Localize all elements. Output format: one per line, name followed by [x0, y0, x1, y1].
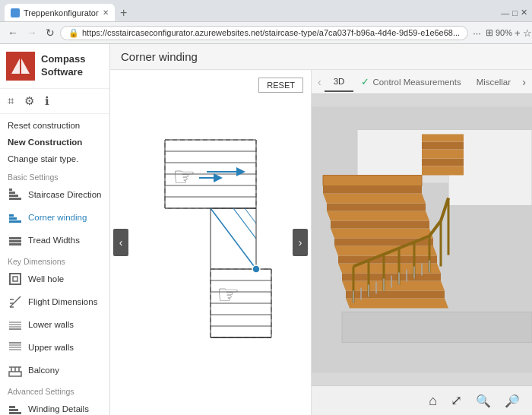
floor-plan-svg: ☞ ☞ [135, 132, 287, 353]
flight-dimensions-icon [8, 294, 23, 309]
menu-item-balcony[interactable]: Balcony [0, 359, 109, 382]
tab-bar: Treppenkonfigurator ✕ + — □ ✕ [0, 0, 532, 21]
sidebar: Compass Software ⌗ ⚙ ℹ Reset constructio… [0, 44, 110, 415]
menu-item-well-hole[interactable]: Well hole [0, 268, 109, 290]
svg-marker-92 [422, 166, 464, 176]
tab-label: Treppenkonfigurator [24, 8, 99, 17]
svg-line-55 [245, 208, 256, 223]
staircase-direction-icon [8, 187, 23, 202]
refresh-btn[interactable]: ↻ [43, 25, 58, 40]
menu-item-lower-walls[interactable]: Lower walls [0, 313, 109, 336]
menu-item-corner-winding[interactable]: Corner winding [0, 206, 109, 229]
svg-text:☞: ☞ [217, 280, 239, 309]
section-advanced-settings: Advanced Settings [0, 382, 109, 398]
sidebar-toolbar: ⌗ ⚙ ℹ [0, 89, 109, 114]
tab-miscellar[interactable]: Miscellar [469, 73, 518, 91]
home-btn[interactable]: ⌂ [427, 391, 439, 410]
svg-rect-5 [9, 188, 12, 191]
zoom-in-btn[interactable]: 🔍 [474, 392, 492, 410]
tab-control-check-icon: ✓ [361, 76, 369, 87]
reset-label: Reset construction [8, 121, 80, 130]
well-hole-label: Well hole [28, 274, 64, 284]
zoom-plus-btn[interactable]: + [515, 27, 521, 39]
flight-dimensions-label: Flight Dimensions [28, 297, 97, 306]
hand-cursor-bottom: ☞ [217, 280, 239, 309]
winding-details-label: Winding Details [28, 404, 89, 413]
extensions-btn[interactable]: ⊞ [486, 27, 493, 38]
tread-widths-icon [8, 233, 23, 248]
menu-item-staircase-direction[interactable]: Staircase Direction [0, 183, 109, 206]
svg-rect-32 [9, 409, 18, 411]
lock-icon: 🔒 [68, 28, 79, 38]
url-bar[interactable]: 🔒 https://csstaircaseconfigurator.azurew… [60, 26, 468, 40]
balcony-icon [8, 363, 23, 378]
zoom-level: 90% [496, 28, 512, 37]
svg-marker-76 [342, 312, 532, 343]
logo-icon [6, 52, 35, 81]
browser-controls: — □ ✕ [501, 8, 532, 17]
content-area: RESET ‹ › [110, 70, 532, 415]
logo-software: Software [41, 66, 86, 79]
svg-marker-79 [342, 281, 445, 291]
svg-marker-89 [323, 194, 426, 204]
menu-item-flight-dimensions[interactable]: Flight Dimensions [0, 290, 109, 313]
svg-marker-88 [327, 204, 426, 211]
staircase-direction-label: Staircase Direction [28, 190, 102, 199]
tab-3d[interactable]: 3D [325, 72, 354, 92]
zoom-out-btn[interactable]: 🔎 [503, 392, 521, 410]
minimize-btn[interactable]: — [501, 8, 509, 17]
svg-rect-10 [9, 240, 21, 242]
menu-item-reset[interactable]: Reset construction [0, 117, 109, 134]
reset-btn[interactable]: RESET [258, 78, 303, 93]
expand-btn[interactable]: ⤢ [449, 391, 464, 410]
tab-favicon [11, 8, 20, 17]
menu-item-tread-widths[interactable]: Tread Widths [0, 229, 109, 252]
svg-marker-91 [323, 176, 422, 186]
star-btn[interactable]: ☆ [523, 27, 532, 39]
svg-rect-8 [9, 214, 14, 217]
tab-control-label: Control Measurements [372, 78, 461, 87]
key-dimensions-label: Key Dimensions [8, 257, 65, 266]
view-3d-toolbar: ⌂ ⤢ 🔍 🔎 [312, 385, 532, 415]
left-arrow-btn[interactable]: ‹ [113, 229, 128, 256]
winding-details-icon [8, 401, 23, 415]
svg-marker-86 [331, 221, 429, 229]
svg-rect-33 [9, 406, 15, 408]
sidebar-menu: Reset construction New Construction Chan… [0, 114, 109, 415]
info-icon-btn[interactable]: ℹ [45, 94, 49, 108]
tab-close-btn[interactable]: ✕ [103, 8, 109, 17]
lower-walls-icon [8, 317, 23, 332]
svg-rect-7 [9, 217, 17, 220]
close-window-btn[interactable]: ✕ [521, 8, 527, 17]
new-tab-btn[interactable]: + [115, 4, 133, 22]
menu-item-upper-walls[interactable]: Upper walls [0, 336, 109, 359]
tab-chevron-left-btn[interactable]: ‹ [318, 76, 321, 88]
tab-chevron-right-btn[interactable]: › [522, 76, 526, 88]
view-3d-content [312, 94, 532, 385]
menu-dots-btn[interactable]: ··· [470, 27, 483, 39]
sidebar-logo: Compass Software [0, 44, 109, 89]
tab-control[interactable]: ✓ Control Measurements [353, 71, 468, 92]
right-arrow-btn[interactable]: › [293, 229, 308, 256]
active-tab[interactable]: Treppenkonfigurator ✕ [5, 4, 115, 21]
main-content: Corner winding RESET ‹ › [110, 44, 532, 415]
compass-logo-svg [10, 55, 31, 77]
svg-rect-11 [9, 237, 21, 239]
svg-point-68 [252, 265, 260, 273]
floor-plan-panel: RESET ‹ › [110, 70, 312, 415]
advanced-settings-label: Advanced Settings [8, 387, 74, 396]
basic-settings-label: Basic Settings [8, 173, 59, 182]
maximize-btn[interactable]: □ [512, 8, 518, 17]
svg-line-54 [233, 208, 256, 239]
key-icon-btn[interactable]: ⌗ [8, 94, 14, 108]
logo-text: Compass Software [41, 53, 86, 79]
menu-item-change-stair[interactable]: Change stair type. [0, 150, 109, 167]
forward-btn[interactable]: → [24, 25, 40, 40]
back-btn[interactable]: ← [5, 25, 21, 40]
menu-item-winding-details[interactable]: Winding Details [0, 398, 109, 415]
nav-bar: ← → ↻ 🔒 https://csstaircaseconfigurator.… [0, 21, 532, 44]
settings-icon-btn[interactable]: ⚙ [24, 94, 34, 108]
menu-item-new-construction[interactable]: New Construction [0, 134, 109, 150]
new-construction-label: New Construction [8, 138, 82, 147]
svg-line-53 [211, 208, 256, 269]
